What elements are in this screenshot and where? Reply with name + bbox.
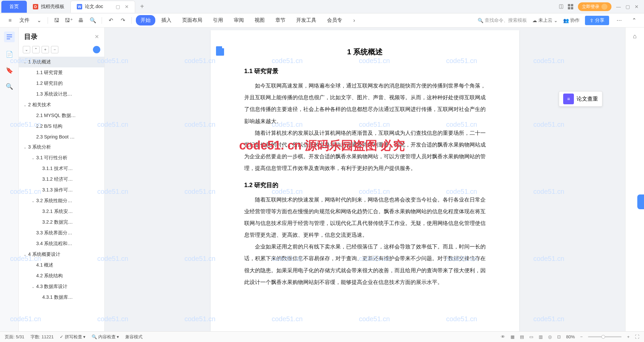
redo-icon[interactable]: ↷: [118, 16, 127, 25]
ribbon-tab-2[interactable]: 页面布局: [177, 15, 207, 25]
save-as-icon[interactable]: 🖫⁺: [64, 16, 73, 25]
toc-item[interactable]: 2.3 Spring Boot …: [19, 132, 104, 142]
ribbon-tab-7[interactable]: 开发工具: [291, 15, 321, 25]
print-preview-icon[interactable]: 🔍: [88, 16, 98, 25]
undo-icon[interactable]: ↶: [106, 16, 115, 25]
menu-overflow-icon[interactable]: ›: [350, 16, 359, 25]
collapse-all-icon[interactable]: ⌄: [23, 46, 30, 53]
svg-rect-2: [7, 39, 10, 39]
toc-item[interactable]: 2.2 B/S 结构: [19, 121, 104, 132]
collab-icon: 👥: [563, 18, 569, 23]
content-check[interactable]: 🔍 内容检查 ▾: [92, 334, 119, 340]
toc-item[interactable]: ⌄4.3 数据库设计: [19, 281, 104, 292]
file-menu[interactable]: 文件: [17, 17, 32, 23]
minimize-icon[interactable]: —: [616, 4, 621, 9]
toc-item[interactable]: 4.2 系统结构: [19, 271, 104, 281]
toc-item-label: 2 相关技术: [28, 102, 51, 108]
view-mode-1-icon[interactable]: ▦: [511, 334, 515, 339]
toc-item[interactable]: 3.1.1 技术可…: [19, 163, 104, 174]
toc-item[interactable]: 3.1.2 经济可…: [19, 174, 104, 185]
tab-document[interactable]: W 论文.doc ▢ ✕: [70, 1, 135, 13]
view-mode-3-icon[interactable]: ▭: [529, 334, 533, 339]
toc-item[interactable]: 1.3 系统设计思…: [19, 89, 104, 100]
toc-item[interactable]: ⌄4 系统概要设计: [19, 249, 104, 260]
sync-icon[interactable]: [93, 46, 100, 53]
remove-level-icon[interactable]: −: [51, 46, 58, 53]
focus-icon[interactable]: ◎: [548, 334, 552, 339]
ribbon-tab-8[interactable]: 会员专: [322, 15, 347, 25]
spell-check[interactable]: ✓ 拼写检查 ▾: [60, 334, 86, 340]
toc-item[interactable]: 3.4 系统流程和…: [19, 238, 104, 249]
toc-item[interactable]: 1.1 研究背景: [19, 67, 104, 78]
compat-mode[interactable]: 兼容模式: [125, 334, 143, 340]
bookmark-icon[interactable]: 🔖: [5, 66, 13, 74]
toc-item[interactable]: 3.2.2 数据完…: [19, 217, 104, 228]
command-search[interactable]: 🔍 查找命令、搜索模板: [478, 17, 527, 23]
close-tab-icon[interactable]: ✕: [125, 4, 129, 9]
collab-button[interactable]: 👥 协作: [563, 17, 580, 23]
new-tab-button[interactable]: +: [135, 3, 149, 10]
view-mode-2-icon[interactable]: ▤: [520, 334, 524, 339]
ribbon-tab-4[interactable]: 审阅: [229, 15, 249, 25]
window-mode-icon[interactable]: ▢: [116, 4, 120, 9]
toc-item-label: 4 系统概要设计: [28, 251, 60, 258]
toc-item[interactable]: ⌄1 系统概述: [19, 57, 104, 67]
expand-icon[interactable]: ⌃: [629, 16, 639, 25]
toc-item[interactable]: 4.3.1 数据库…: [19, 292, 104, 303]
zoom-value[interactable]: 80%: [566, 334, 575, 339]
left-rail: 📄 🔖 🔍: [0, 27, 19, 331]
zoom-slider[interactable]: [588, 336, 622, 337]
ribbon-tab-5[interactable]: 视图: [250, 15, 269, 25]
tab-template[interactable]: D 找稻壳模板: [27, 1, 70, 13]
save-icon[interactable]: 🖫: [52, 16, 61, 25]
eye-mode-icon[interactable]: 👁: [501, 334, 505, 339]
toc-item[interactable]: 2.1 MYSQL 数据…: [19, 110, 104, 121]
print-icon[interactable]: 🖶: [76, 16, 86, 25]
word-count[interactable]: 字数: 11221: [31, 334, 54, 340]
view-mode-4-icon[interactable]: ▥: [539, 334, 543, 339]
expand-handle[interactable]: [637, 194, 644, 209]
chevron-down-icon[interactable]: ⌄: [34, 16, 44, 25]
toc-item[interactable]: ⌄2 相关技术: [19, 100, 104, 110]
toc-item-label: 2.1 MYSQL 数据…: [36, 113, 76, 119]
ribbon-tab-1[interactable]: 插入: [157, 15, 176, 25]
fullscreen-icon[interactable]: ⛶: [635, 334, 639, 339]
main-area: 📄 🔖 🔍 目录 ✕ ⌄ ⌃ + − ⌄1 系统概述1.1 研究背景1.2 研究…: [0, 27, 644, 331]
ribbon-tab-6[interactable]: 章节: [271, 15, 290, 25]
menu-icon[interactable]: ≡: [5, 16, 15, 25]
reading-mode-icon[interactable]: 1: [559, 4, 563, 9]
search-rail-icon[interactable]: 🔍: [5, 82, 13, 91]
toc-item-label: 3.4 系统流程和…: [36, 241, 72, 247]
ribbon-tab-0[interactable]: 开始: [136, 15, 155, 25]
toc-item[interactable]: 4.1 概述: [19, 260, 104, 271]
zoom-out-icon[interactable]: −: [580, 334, 583, 339]
add-level-icon[interactable]: +: [42, 46, 49, 53]
ribbon-tab-3[interactable]: 引用: [208, 15, 228, 25]
settings-icon[interactable]: ⌂: [631, 32, 639, 40]
toc-item[interactable]: 1.2 研究目的: [19, 78, 104, 89]
toc-item[interactable]: ⌄3.2 系统性能分…: [19, 195, 104, 206]
zoom-fit-icon[interactable]: ⊡: [557, 334, 561, 339]
toc-item[interactable]: 3.3 系统界面分…: [19, 228, 104, 238]
page-count[interactable]: 页面: 5/31: [5, 334, 24, 340]
toc-item[interactable]: ⌄3.1 可行性分析: [19, 153, 104, 163]
document-icon[interactable]: 📄: [5, 50, 13, 58]
document-viewport[interactable]: 1 系统概述 1.1 研究背景 如今互联网高速发展，网络遍布全球，通过互联网发布…: [105, 27, 625, 331]
toc-item[interactable]: 3.2.1 系统安…: [19, 206, 104, 217]
more-icon[interactable]: ⋯: [614, 16, 624, 25]
close-window-icon[interactable]: ✕: [635, 4, 639, 9]
cloud-status[interactable]: ☁ 未上云 ⌄: [532, 17, 558, 23]
outline-icon[interactable]: [4, 32, 15, 42]
maximize-icon[interactable]: ▢: [626, 4, 630, 9]
toc-item[interactable]: ⌄3 系统分析: [19, 142, 104, 153]
expand-all-icon[interactable]: ⌃: [32, 46, 40, 53]
login-button[interactable]: 立即登录: [578, 2, 611, 11]
tab-home[interactable]: 首页: [1, 1, 27, 13]
heading-2: 1.1 研究背景: [244, 67, 486, 75]
plagiarism-check-button[interactable]: ≡ 论文查重: [559, 91, 602, 107]
sidebar-close-icon[interactable]: ✕: [95, 34, 99, 40]
apps-icon[interactable]: [568, 4, 573, 9]
zoom-in-icon[interactable]: +: [627, 334, 630, 339]
share-button[interactable]: ⇪ 分享: [585, 16, 609, 25]
toc-item[interactable]: 3.1.3 操作可…: [19, 185, 104, 195]
